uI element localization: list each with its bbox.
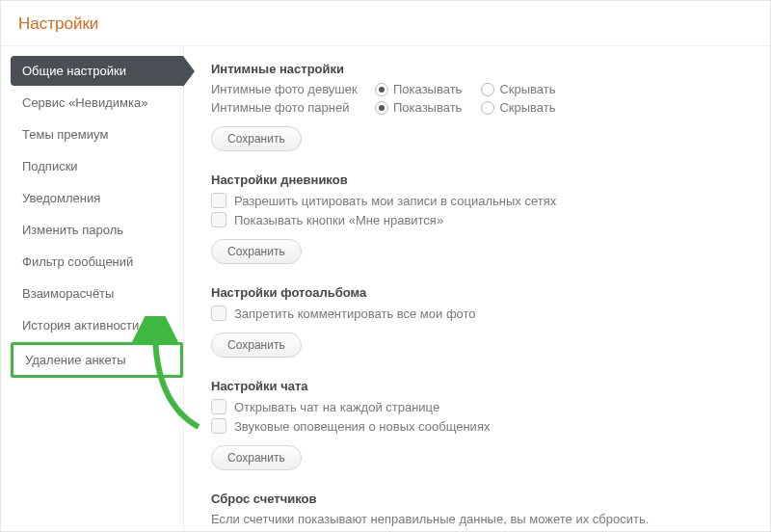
sidebar-item-delete-profile[interactable]: Удаление анкеты xyxy=(11,342,183,378)
sidebar-item-label: Фильтр сообщений xyxy=(22,254,133,269)
save-button[interactable]: Сохранить xyxy=(211,126,302,151)
radio-show-girls[interactable]: Показывать xyxy=(375,82,462,96)
radio-indicator-icon xyxy=(481,101,494,115)
content: Интимные настройки Интимные фото девушек… xyxy=(184,46,770,532)
section-album: Настройки фотоальбома Запретить комменти… xyxy=(211,285,747,358)
sidebar-item-label: Изменить пароль xyxy=(22,223,123,237)
check-sound-alerts[interactable]: Звуковые оповещения о новых сообщениях xyxy=(211,418,747,434)
intimate-row-girls: Интимные фото девушек Показывать Скрыват… xyxy=(211,82,747,96)
sidebar-item-activity-history[interactable]: История активности xyxy=(11,310,183,340)
radio-indicator-icon xyxy=(481,83,494,96)
counters-description: Если счетчики показывают неправильные да… xyxy=(211,512,747,526)
layout: Общие настройки Сервис «Невидимка» Темы … xyxy=(1,46,770,532)
sidebar-item-label: Взаиморасчёты xyxy=(22,286,114,301)
section-title: Сброс счетчиков xyxy=(211,492,747,506)
check-show-like[interactable]: Показывать кнопки «Мне нравится» xyxy=(211,212,747,227)
check-allow-quote[interactable]: Разрешить цитировать мои записи в социал… xyxy=(211,193,747,208)
checkbox-icon xyxy=(211,418,226,434)
sidebar-item-label: Сервис «Невидимка» xyxy=(22,95,147,110)
sidebar-item-label: Темы премиум xyxy=(22,127,108,142)
check-label: Звуковые оповещения о новых сообщениях xyxy=(234,419,490,434)
radio-label: Скрывать xyxy=(499,82,555,96)
sidebar-item-label: Удаление анкеты xyxy=(25,353,126,367)
row-label: Интимные фото девушек xyxy=(211,82,375,96)
radio-hide-girls[interactable]: Скрывать xyxy=(481,82,555,96)
section-chat: Настройки чата Открывать чат на каждой с… xyxy=(211,379,747,470)
radio-label: Показывать xyxy=(393,100,462,115)
sidebar-item-label: Общие настройки xyxy=(22,64,126,78)
checkbox-icon xyxy=(211,193,226,208)
save-button[interactable]: Сохранить xyxy=(211,445,302,470)
sidebar-item-label: История активности xyxy=(22,318,139,332)
sidebar-item-invisible[interactable]: Сервис «Невидимка» xyxy=(11,88,183,118)
sidebar-item-balance[interactable]: Взаиморасчёты xyxy=(11,279,183,308)
sidebar-item-notifications[interactable]: Уведомления xyxy=(11,183,183,213)
check-label: Запретить комментировать все мои фото xyxy=(234,306,476,321)
radio-indicator-icon xyxy=(375,101,388,115)
radio-label: Скрывать xyxy=(499,100,555,115)
sidebar-item-change-password[interactable]: Изменить пароль xyxy=(11,215,183,245)
check-label: Открывать чат на каждой странице xyxy=(234,400,439,414)
sidebar-item-subscriptions[interactable]: Подписки xyxy=(11,151,183,181)
intimate-row-boys: Интимные фото парней Показывать Скрывать xyxy=(211,100,747,115)
check-label: Показывать кнопки «Мне нравится» xyxy=(234,213,443,227)
save-button[interactable]: Сохранить xyxy=(211,332,302,358)
radio-label: Показывать xyxy=(393,82,462,96)
section-intimate: Интимные настройки Интимные фото девушек… xyxy=(211,62,747,151)
section-diary: Настройки дневников Разрешить цитировать… xyxy=(211,173,747,264)
radio-show-boys[interactable]: Показывать xyxy=(375,100,462,115)
page-title: Настройки xyxy=(18,14,753,34)
radio-indicator-icon xyxy=(375,83,388,96)
check-open-chat[interactable]: Открывать чат на каждой странице xyxy=(211,399,747,414)
sidebar-item-label: Подписки xyxy=(22,159,78,173)
check-disable-comments[interactable]: Запретить комментировать все мои фото xyxy=(211,306,747,321)
section-counters: Сброс счетчиков Если счетчики показывают… xyxy=(211,492,747,532)
row-label: Интимные фото парней xyxy=(211,100,375,115)
save-button[interactable]: Сохранить xyxy=(211,239,302,264)
radio-hide-boys[interactable]: Скрывать xyxy=(481,100,555,115)
checkbox-icon xyxy=(211,399,226,414)
section-title: Интимные настройки xyxy=(211,62,747,76)
page-header: Настройки xyxy=(1,1,770,46)
section-title: Настройки дневников xyxy=(211,173,747,187)
radio-group: Показывать Скрывать xyxy=(375,100,555,115)
sidebar-item-general[interactable]: Общие настройки xyxy=(11,56,183,86)
sidebar-item-message-filter[interactable]: Фильтр сообщений xyxy=(11,247,183,277)
sidebar: Общие настройки Сервис «Невидимка» Темы … xyxy=(1,46,184,532)
section-title: Настройки фотоальбома xyxy=(211,285,747,300)
check-label: Разрешить цитировать мои записи в социал… xyxy=(234,194,556,208)
sidebar-item-label: Уведомления xyxy=(22,191,100,205)
checkbox-icon xyxy=(211,212,226,227)
radio-group: Показывать Скрывать xyxy=(375,82,555,96)
sidebar-item-premium-themes[interactable]: Темы премиум xyxy=(11,120,183,149)
checkbox-icon xyxy=(211,306,226,321)
section-title: Настройки чата xyxy=(211,379,747,393)
